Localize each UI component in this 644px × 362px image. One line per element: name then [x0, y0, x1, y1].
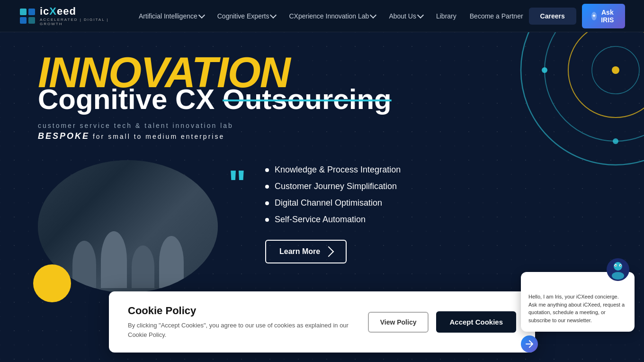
- svg-point-8: [612, 66, 619, 74]
- cookie-title: Cookie Policy: [128, 305, 358, 317]
- bullet-icon: [265, 201, 269, 205]
- svg-rect-3: [28, 17, 35, 24]
- feature-item-1: Knowledge & Process Integration: [265, 165, 606, 175]
- chevron-down-icon: [417, 12, 424, 18]
- iris-avatar: [606, 258, 630, 281]
- svg-point-14: [612, 272, 624, 280]
- people-silhouettes: [72, 231, 184, 293]
- nav-item-cognitive[interactable]: Cognitive Experts: [212, 9, 282, 24]
- bullet-icon: [265, 168, 269, 172]
- hero-image-wrap: ": [38, 160, 237, 293]
- chat-icon: [525, 340, 534, 348]
- chevron-down-icon: [198, 12, 205, 18]
- iris-chat-input-row: [521, 335, 635, 353]
- nav-item-about[interactable]: About Us: [383, 9, 429, 24]
- cookie-banner: Cookie Policy By clicking "Accept Cookie…: [109, 291, 535, 353]
- quote-icon: ": [228, 165, 246, 203]
- nav-item-library[interactable]: Library: [430, 9, 462, 24]
- feature-item-4: Self-Service Automation: [265, 215, 606, 225]
- nav-cta: Careers ✦ Ask IRIS: [529, 4, 625, 28]
- careers-button[interactable]: Careers: [529, 8, 576, 25]
- logo-text: icXeed: [40, 6, 76, 17]
- logo-subtitle: ACCELERATED | DIGITAL | GROWTH: [40, 18, 114, 26]
- nav-item-cxperience[interactable]: CXperience Innovation Lab: [283, 9, 381, 24]
- svg-point-18: [620, 265, 621, 266]
- chevron-down-icon: [370, 12, 376, 18]
- navbar: icXeed ACCELERATED | DIGITAL | GROWTH Ar…: [0, 0, 644, 32]
- learn-more-button[interactable]: Learn More: [265, 240, 347, 263]
- iris-chat-widget: Hello, I am Iris, your iCXeed concierge.…: [521, 272, 635, 353]
- svg-point-17: [616, 265, 617, 266]
- feature-item-3: Digital Channel Optimisation: [265, 198, 606, 208]
- hero-bespoke: BESPOKE for small to medium enterprise: [38, 131, 606, 141]
- cookie-actions: View Policy Accept Cookies: [368, 311, 516, 333]
- nav-item-partner[interactable]: Become a Partner: [464, 9, 529, 24]
- iris-chat-bubble: Hello, I am Iris, your iCXeed concierge.…: [521, 272, 635, 332]
- yellow-dot-decoration: [33, 264, 71, 302]
- features-list: Knowledge & Process Integration Customer…: [265, 165, 606, 225]
- chevron-down-icon: [270, 12, 277, 18]
- ask-iris-button[interactable]: ✦ Ask IRIS: [582, 4, 625, 28]
- bullet-icon: [265, 218, 269, 222]
- view-policy-button[interactable]: View Policy: [368, 312, 429, 333]
- svg-rect-2: [20, 17, 27, 24]
- hero-subtitle: customer service tech & talent innovatio…: [38, 122, 606, 129]
- iris-chat-send-button[interactable]: [521, 335, 538, 353]
- arrow-right-icon: [323, 246, 334, 257]
- hero-features: Knowledge & Process Integration Customer…: [265, 160, 606, 263]
- bullet-icon: [265, 185, 269, 189]
- cookie-body: By clicking "Accept Cookies", you agree …: [128, 321, 358, 339]
- accept-cookies-button[interactable]: Accept Cookies: [436, 311, 516, 333]
- iris-chat-text: Hello, I am Iris, your iCXeed concierge.…: [528, 293, 627, 324]
- nav-item-ai[interactable]: Artificial Intelligence: [133, 9, 210, 24]
- svg-rect-0: [20, 9, 27, 15]
- strikethrough-text: Outsourcing: [223, 83, 392, 115]
- logo[interactable]: icXeed ACCELERATED | DIGITAL | GROWTH: [19, 6, 114, 26]
- svg-point-10: [613, 138, 618, 144]
- nav-links: Artificial Intelligence Cognitive Expert…: [133, 9, 529, 24]
- logo-icon: [19, 8, 36, 25]
- iris-icon: ✦: [591, 12, 597, 20]
- svg-rect-1: [28, 9, 35, 15]
- hero-main-title: Cognitive CX Outsourcing: [38, 84, 606, 114]
- hero-section: INNOVATION Cognitive CX Outsourcing cust…: [0, 32, 644, 362]
- feature-item-2: Customer Journey Simplification: [265, 181, 606, 191]
